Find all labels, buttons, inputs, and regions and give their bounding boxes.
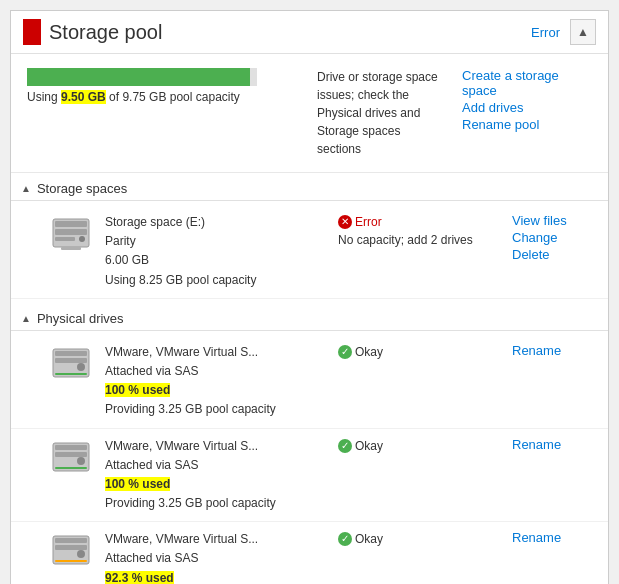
capacity-progress-bar <box>27 68 257 86</box>
physical-drive-connection-3: Attached via SAS <box>105 549 324 568</box>
header-left: Storage pool <box>23 19 162 45</box>
physical-drive-status-label-3: Okay <box>355 530 383 548</box>
create-storage-space-link[interactable]: Create a storage space <box>462 68 592 98</box>
error-status[interactable]: Error <box>531 25 560 40</box>
svg-rect-18 <box>55 545 87 550</box>
svg-rect-10 <box>55 373 87 375</box>
rename-link-3[interactable]: Rename <box>512 530 592 545</box>
capacity-suffix: of 9.75 GB pool capacity <box>106 90 240 104</box>
physical-drive-actions-1: Rename <box>512 343 592 358</box>
storage-space-item: Storage space (E:) Parity 6.00 GB Using … <box>11 205 608 299</box>
physical-drive-status-row-2: ✓ Okay <box>338 437 498 455</box>
svg-rect-20 <box>55 560 87 562</box>
red-accent-block <box>23 19 41 45</box>
physical-drive-provision-1: Providing 3.25 GB pool capacity <box>105 400 324 419</box>
physical-drive-usage-1: 100 % used <box>105 381 324 400</box>
rename-pool-link[interactable]: Rename pool <box>462 117 592 132</box>
physical-drives-triangle-icon: ▲ <box>21 313 31 324</box>
physical-drive-info-1: VMware, VMware Virtual S... Attached via… <box>105 343 324 420</box>
physical-drive-usage-3: 92.3 % used <box>105 569 324 584</box>
capacity-actions: Create a storage space Add drives Rename… <box>462 68 592 158</box>
physical-drive-item-1: VMware, VMware Virtual S... Attached via… <box>11 335 608 429</box>
physical-drive-icon-1 <box>51 345 91 383</box>
storage-space-name: Storage space (E:) <box>105 213 324 232</box>
rename-link-2[interactable]: Rename <box>512 437 592 452</box>
storage-pool-panel: Storage pool Error ▲ Using 9.50 GB of 9.… <box>10 10 609 584</box>
view-files-link[interactable]: View files <box>512 213 592 228</box>
physical-drive-status-3: ✓ Okay <box>338 530 498 548</box>
storage-space-type: Parity <box>105 232 324 251</box>
chevron-up-icon: ▲ <box>577 25 589 39</box>
svg-rect-13 <box>55 452 87 457</box>
storage-spaces-items: Storage space (E:) Parity 6.00 GB Using … <box>11 201 608 303</box>
storage-space-status-row: ✕ Error <box>338 213 498 231</box>
capacity-prefix: Using <box>27 90 61 104</box>
svg-rect-7 <box>55 351 87 356</box>
physical-drive-status-row-1: ✓ Okay <box>338 343 498 361</box>
storage-space-usage: Using 8.25 GB pool capacity <box>105 271 324 290</box>
svg-rect-12 <box>55 445 87 450</box>
capacity-section: Using 9.50 GB of 9.75 GB pool capacity D… <box>11 54 608 173</box>
physical-drives-header: ▲ Physical drives <box>11 303 608 331</box>
svg-point-4 <box>79 236 85 242</box>
storage-space-info: Storage space (E:) Parity 6.00 GB Using … <box>105 213 324 290</box>
physical-drive-name-3: VMware, VMware Virtual S... <box>105 530 324 549</box>
svg-rect-3 <box>55 237 75 241</box>
storage-space-size: 6.00 GB <box>105 251 324 270</box>
svg-rect-5 <box>61 247 81 250</box>
physical-drive-item-2: VMware, VMware Virtual S... Attached via… <box>11 429 608 523</box>
physical-drive-info-2: VMware, VMware Virtual S... Attached via… <box>105 437 324 514</box>
collapse-button[interactable]: ▲ <box>570 19 596 45</box>
panel-header: Storage pool Error ▲ <box>11 11 608 54</box>
storage-space-actions: View files Change Delete <box>512 213 592 262</box>
capacity-highlight: 9.50 GB <box>61 90 106 104</box>
svg-rect-8 <box>55 358 87 363</box>
capacity-text: Using 9.50 GB of 9.75 GB pool capacity <box>27 90 297 104</box>
change-link[interactable]: Change <box>512 230 592 245</box>
delete-link[interactable]: Delete <box>512 247 592 262</box>
storage-space-status-detail: No capacity; add 2 drives <box>338 231 498 249</box>
storage-space-status-label: Error <box>355 213 382 231</box>
physical-drive-status-2: ✓ Okay <box>338 437 498 455</box>
physical-drive-info-3: VMware, VMware Virtual S... Attached via… <box>105 530 324 584</box>
physical-drive-provision-2: Providing 3.25 GB pool capacity <box>105 494 324 513</box>
svg-point-14 <box>77 457 85 465</box>
svg-point-9 <box>77 363 85 371</box>
physical-drives-label: Physical drives <box>37 311 124 326</box>
okay-icon-3: ✓ <box>338 532 352 546</box>
storage-spaces-header: ▲ Storage spaces <box>11 173 608 201</box>
storage-space-icon <box>51 215 91 253</box>
add-drives-link[interactable]: Add drives <box>462 100 592 115</box>
physical-drive-icon-2 <box>51 439 91 477</box>
svg-rect-2 <box>55 229 87 235</box>
svg-rect-17 <box>55 538 87 543</box>
physical-drive-status-label-2: Okay <box>355 437 383 455</box>
physical-drive-name-1: VMware, VMware Virtual S... <box>105 343 324 362</box>
svg-point-19 <box>77 550 85 558</box>
physical-drive-usage-2: 100 % used <box>105 475 324 494</box>
error-icon: ✕ <box>338 215 352 229</box>
okay-icon-2: ✓ <box>338 439 352 453</box>
storage-space-status: ✕ Error No capacity; add 2 drives <box>338 213 498 249</box>
rename-link-1[interactable]: Rename <box>512 343 592 358</box>
header-right: Error ▲ <box>531 19 596 45</box>
physical-drive-status-row-3: ✓ Okay <box>338 530 498 548</box>
physical-drive-name-2: VMware, VMware Virtual S... <box>105 437 324 456</box>
storage-spaces-label: Storage spaces <box>37 181 127 196</box>
capacity-warning: Drive or storage space issues; check the… <box>317 68 442 158</box>
physical-drive-status-1: ✓ Okay <box>338 343 498 361</box>
physical-drive-item-3: VMware, VMware Virtual S... Attached via… <box>11 522 608 584</box>
physical-drive-actions-3: Rename <box>512 530 592 545</box>
physical-drive-connection-1: Attached via SAS <box>105 362 324 381</box>
svg-rect-15 <box>55 467 87 469</box>
physical-drive-connection-2: Attached via SAS <box>105 456 324 475</box>
physical-drive-icon-3 <box>51 532 91 570</box>
capacity-left: Using 9.50 GB of 9.75 GB pool capacity <box>27 68 297 158</box>
physical-drives-items: VMware, VMware Virtual S... Attached via… <box>11 331 608 584</box>
okay-icon-1: ✓ <box>338 345 352 359</box>
physical-drive-actions-2: Rename <box>512 437 592 452</box>
panel-title: Storage pool <box>49 21 162 44</box>
storage-spaces-triangle-icon: ▲ <box>21 183 31 194</box>
capacity-progress-fill <box>27 68 250 86</box>
physical-drive-status-label-1: Okay <box>355 343 383 361</box>
